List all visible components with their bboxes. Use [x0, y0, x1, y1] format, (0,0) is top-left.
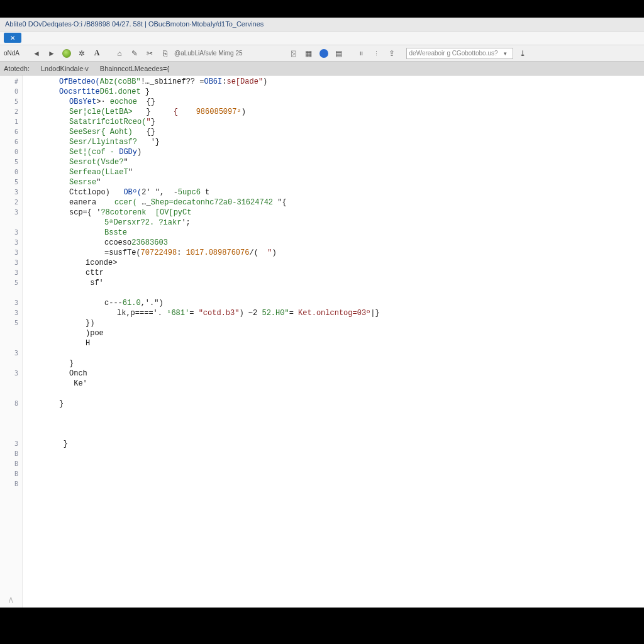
forward-icon[interactable]: ►	[46, 48, 57, 59]
gutter-line: 3	[0, 298, 22, 308]
tool-icon-8[interactable]: II	[356, 48, 367, 59]
gutter-line: 5	[0, 177, 22, 187]
share-icon[interactable]: ⇪	[386, 48, 397, 59]
back-icon[interactable]: ◄	[31, 48, 42, 59]
gutter-line	[0, 358, 22, 369]
export-icon[interactable]: ⤓	[517, 48, 528, 59]
gutter-line: B	[0, 459, 22, 469]
gutter-line: 0	[0, 147, 22, 157]
code-line: })	[23, 318, 644, 328]
tab-0[interactable]: Atotedh:	[4, 65, 30, 72]
tool-icon-1[interactable]: ⌂	[114, 48, 125, 59]
tool-icon-4[interactable]: ⎘	[159, 48, 170, 59]
tool-icon-3[interactable]: ✂	[144, 48, 155, 59]
tab-2[interactable]: BhainncotLMeaedes={	[100, 65, 169, 72]
code-line: Ke'	[23, 379, 644, 389]
close-badge[interactable]: ✕	[4, 33, 21, 43]
badge-bar: ✕	[0, 31, 644, 45]
orb-icon[interactable]	[61, 48, 72, 59]
gutter-line: #	[0, 77, 22, 87]
gutter-line	[0, 218, 22, 228]
gutter-line: B	[0, 449, 22, 459]
gutter-line	[0, 409, 22, 419]
gutter-line	[0, 419, 22, 429]
code-editor[interactable]: #05216605053233333353353383BBBB OfBetdeo…	[0, 75, 644, 608]
globe-icon[interactable]	[318, 48, 330, 59]
toolbar-left-label: oNdA	[4, 50, 19, 57]
code-area[interactable]: OfBetdeo(Abz(coBB"!…_sbiinef?? =OB6I:se[…	[23, 75, 644, 608]
gutter-line: 5	[0, 278, 22, 288]
gutter-line: 3	[0, 238, 22, 248]
search-input[interactable]: deWereaboir g CGobottobo.us? ▾	[406, 48, 513, 59]
gutter-line: 3	[0, 187, 22, 197]
code-line: }	[23, 399, 644, 409]
code-line: scp={ '?8cotorenk [OV[pyCt	[23, 208, 644, 218]
code-line: OfBetdeo(Abz(coBB"!…_sbiinef?? =OB6I:se[…	[23, 77, 644, 87]
gutter-line: 3	[0, 348, 22, 358]
code-line: Onch	[23, 369, 644, 379]
gutter-line: 0	[0, 167, 22, 177]
gutter-line: 3	[0, 258, 22, 268]
gutter-line: 8	[0, 399, 22, 409]
code-line: Serfeao(LLaeT"	[23, 167, 644, 177]
code-line: Satatrifc1otRceo("}	[23, 117, 644, 127]
code-line: Sesr/Llyintasf? '}	[23, 137, 644, 147]
line-gutter: #05216605053233333353353383BBBB	[0, 75, 23, 608]
gutter-line: 6	[0, 137, 22, 147]
code-line: Ser¦cle(LetBA> } { 986085097²)	[23, 107, 644, 117]
code-line: )poe	[23, 328, 644, 338]
gutter-line	[0, 328, 22, 338]
code-line: sf'	[23, 278, 644, 288]
code-line: }	[23, 439, 644, 449]
gutter-line: 2	[0, 107, 22, 117]
code-line: Bsste	[23, 228, 644, 238]
tool-icon-6[interactable]: ▦	[303, 48, 314, 59]
tool-icon-5[interactable]: ⍄	[288, 48, 299, 59]
code-line	[23, 348, 644, 358]
font-icon[interactable]: A	[91, 48, 103, 59]
gutter-line: 0	[0, 87, 22, 97]
gutter-line: 3	[0, 439, 22, 449]
tool-icon-9[interactable]: ⋮	[371, 48, 382, 59]
bottom-glyph: /\	[9, 596, 13, 605]
gutter-line: 2	[0, 197, 22, 208]
tool-icon-7[interactable]: ▤	[333, 48, 345, 59]
gutter-line: 5	[0, 157, 22, 167]
code-line: }	[23, 358, 644, 369]
code-line: 5ªDersxr?2. ?iakr';	[23, 218, 644, 228]
code-line: =susfTe(70722498: 1017.089876076/( ")	[23, 248, 644, 258]
code-line: Sesrse"	[23, 177, 644, 187]
code-line: iconde>	[23, 258, 644, 268]
gutter-line	[0, 429, 22, 439]
code-line: OocsrtiteD61.donet }	[23, 87, 644, 97]
chevron-down-icon[interactable]: ▾	[504, 50, 510, 57]
gutter-line: 3	[0, 248, 22, 258]
code-line: Ctctlopo) OBº(2' ", -5upc6 t	[23, 187, 644, 197]
gutter-line	[0, 338, 22, 348]
tab-1[interactable]: LndodKindale·v	[41, 65, 89, 72]
code-line: OBsYet>· eochoe {}	[23, 97, 644, 107]
gutter-line: 6	[0, 127, 22, 137]
gear-icon[interactable]: ✲	[76, 48, 87, 59]
gutter-line: B	[0, 469, 22, 479]
code-line	[23, 389, 644, 399]
toolbar: oNdA ◄ ► ✲ A ⌂ ✎ ✂ ⎘ @aLubLiA/svle Mimg …	[0, 45, 644, 62]
gutter-line: 3	[0, 208, 22, 218]
toolbar-mid-text: @aLubLiA/svle Mimg 25	[174, 50, 243, 57]
code-line: ccoeso23683603	[23, 238, 644, 248]
code-line: Sesrot(Vsde?"	[23, 157, 644, 167]
code-line: eanera ccer( …_Shep=decatonhc72a0-316247…	[23, 197, 644, 208]
tool-icon-2[interactable]: ✎	[129, 48, 140, 59]
tab-bar: Atotedh: LndodKindale·v BhainncotLMeaede…	[0, 62, 644, 75]
gutter-line: 3	[0, 268, 22, 278]
code-line: cttr	[23, 268, 644, 278]
gutter-line	[0, 389, 22, 399]
code-line: Set¦(cof - DGDy)	[23, 147, 644, 157]
gutter-line: B	[0, 479, 22, 489]
code-line: H	[23, 338, 644, 348]
gutter-line	[0, 379, 22, 389]
code-line: c---61.0,'.")	[23, 298, 644, 308]
window-title: Ablite0 DOvDedqates·O:i /B89898 04/27. 5…	[5, 20, 264, 28]
gutter-line: 3	[0, 228, 22, 238]
gutter-line: 3	[0, 369, 22, 379]
